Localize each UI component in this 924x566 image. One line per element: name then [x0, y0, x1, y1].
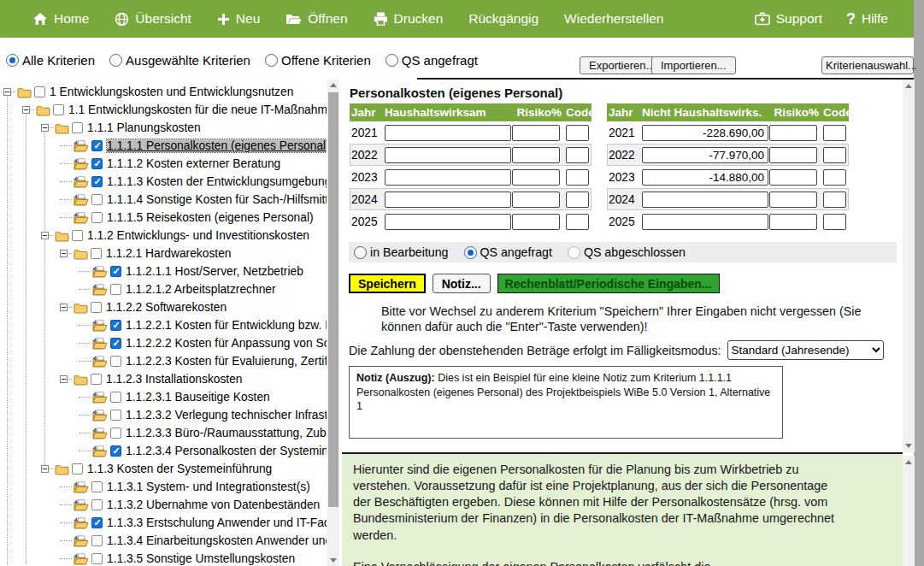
collapse-minus-icon[interactable]	[60, 250, 68, 257]
amount-input-non-budget[interactable]	[642, 214, 768, 230]
tree-checkbox[interactable]	[110, 338, 121, 349]
toolbar-item-uebersicht[interactable]: Übersicht	[115, 11, 191, 27]
tree-item-label[interactable]: 1.1.2.1.1 Host/Server, Netzbetrieb	[126, 265, 303, 278]
tree-checkbox[interactable]	[91, 481, 103, 492]
tree-checkbox[interactable]	[72, 122, 83, 133]
code-input[interactable]	[823, 169, 846, 186]
tree-checkbox[interactable]	[91, 535, 103, 546]
scroll-down-icon[interactable]	[330, 558, 337, 563]
code-input[interactable]	[823, 214, 846, 230]
tree-checkbox[interactable]	[110, 320, 121, 331]
note-button[interactable]: Notiz...	[433, 274, 491, 293]
filter-radio-alle[interactable]: Alle Kriterien	[6, 53, 95, 68]
tree-item-label[interactable]: 1.1.3 Kosten der Systemeinführung	[87, 463, 272, 475]
risk-percent-input[interactable]	[769, 125, 817, 141]
collapse-minus-icon[interactable]	[60, 375, 68, 383]
tree-checkbox[interactable]	[91, 302, 102, 313]
scroll-down-icon[interactable]	[905, 444, 912, 448]
toolbar-item-hilfe[interactable]: ? Hilfe	[846, 11, 888, 27]
tree-item-label[interactable]: 1.1.2.3.4 Personalkosten der Systeminsta…	[126, 445, 327, 457]
code-input[interactable]	[566, 147, 589, 163]
collapse-minus-icon[interactable]	[41, 124, 49, 132]
risk-percent-input[interactable]	[512, 214, 560, 230]
amount-input-non-budget[interactable]	[642, 192, 768, 208]
tree-item-label[interactable]: 1.1.1.5 Reisekosten (eigenes Personal)	[107, 211, 314, 224]
tree-item-label[interactable]: 1.1.2.2.1 Kosten für Entwicklung bzw. Be…	[126, 319, 327, 332]
infobox-scrollbar[interactable]	[903, 456, 915, 566]
amount-input-non-budget[interactable]	[642, 125, 768, 141]
tree-checkbox[interactable]	[91, 140, 103, 151]
tree-checkbox[interactable]	[91, 194, 103, 205]
tree-item-label[interactable]: 1 Entwicklungskosten und Entwicklungsnut…	[50, 85, 293, 98]
scroll-up-icon[interactable]	[330, 83, 337, 87]
amount-input-budget[interactable]	[385, 125, 511, 141]
tree-item-label[interactable]: 1.1.3.2 Übernahme von Datenbeständen	[107, 498, 320, 511]
tree-item-label[interactable]: 1.1.1.1 Personalkosten (eigenes Personal…	[107, 139, 327, 152]
tree-item-label[interactable]: 1.1.2.2.3 Kosten für Evaluierung, Zertif…	[126, 355, 327, 368]
toolbar-item-wiederherstellen[interactable]: Wiederherstellen	[564, 11, 663, 27]
tree-item-label[interactable]: 1.1.1 Planungskosten	[87, 121, 201, 134]
criteria-selection-button[interactable]: Kriterienauswahl...	[821, 56, 914, 74]
tree-checkbox[interactable]	[34, 86, 45, 97]
tree-checkbox[interactable]	[91, 212, 103, 223]
toolbar-item-drucken[interactable]: Drucken	[374, 11, 444, 27]
status-radio-in-bearbeitung[interactable]: in Bearbeitung	[354, 245, 449, 259]
tree-item-label[interactable]: 1.1.2 Entwicklungs- und Investitionskost…	[87, 229, 309, 242]
tree-item-label[interactable]: 1.1.3.3 Erstschulung Anwender und IT-Fac…	[107, 516, 327, 529]
code-input[interactable]	[823, 125, 846, 141]
note-excerpt-box[interactable]: Notiz (Auszug): Dies ist ein Beispiel fü…	[349, 366, 783, 439]
amount-input-non-budget[interactable]	[642, 169, 768, 186]
tree-item-label[interactable]: 1.1.1.2 Kosten externer Beratung	[107, 157, 280, 170]
tree-checkbox[interactable]	[72, 230, 83, 241]
filter-radio-ausgewaehlte[interactable]: Ausgewählte Kriterien	[109, 53, 250, 68]
status-radio-qs-angefragt[interactable]: QS angefragt	[464, 245, 552, 259]
code-input[interactable]	[823, 147, 846, 163]
collapse-minus-icon[interactable]	[60, 304, 68, 311]
amount-input-budget[interactable]	[385, 169, 511, 186]
tree-checkbox[interactable]	[91, 374, 102, 385]
amount-input-non-budget[interactable]	[642, 147, 768, 163]
code-input[interactable]	[566, 214, 589, 230]
tree-item-label[interactable]: 1.1.2.3.2 Verlegung technischer Infrastr…	[126, 409, 327, 422]
toolbar-item-neu[interactable]: Neu	[217, 11, 260, 27]
tree-checkbox[interactable]	[91, 176, 103, 187]
tree-checkbox[interactable]	[110, 445, 121, 457]
status-radio-qs-abgeschlossen[interactable]: QS abgeschlossen	[568, 245, 686, 259]
tree-item-label[interactable]: 1.1 Entwicklungskosten für die neue IT-M…	[68, 103, 327, 116]
calculation-sheet-button[interactable]: Rechenblatt/Periodische Eingaben...	[497, 274, 720, 293]
risk-percent-input[interactable]	[512, 169, 560, 186]
toolbar-item-rueckgaengig[interactable]: Rückgängig	[468, 11, 539, 27]
tree-checkbox[interactable]	[110, 392, 121, 403]
window-scrollbar-strip[interactable]	[914, 0, 924, 566]
toolbar-item-home[interactable]: Home	[32, 11, 89, 27]
scroll-up-icon[interactable]	[905, 84, 912, 88]
tree-item-label[interactable]: 1.1.3.4 Einarbeitungskosten Anwender und…	[107, 534, 327, 547]
scroll-up-icon[interactable]	[905, 460, 912, 464]
tree-checkbox[interactable]	[53, 104, 64, 115]
tree-item-label[interactable]: 1.1.2.2.2 Kosten für Anpassung von Softw	[126, 337, 327, 350]
tree-scrollbar[interactable]	[327, 80, 339, 566]
risk-percent-input[interactable]	[769, 192, 817, 208]
risk-percent-input[interactable]	[769, 169, 817, 186]
tree-checkbox[interactable]	[110, 356, 121, 367]
detail-scrollbar[interactable]	[903, 80, 915, 452]
tree-item-label[interactable]: 1.1.2.3.3 Büro-/Raumausstattung, Zubehö	[126, 427, 327, 439]
tree-item-label[interactable]: 1.1.2.3 Installationskosten	[106, 373, 243, 386]
tree-checkbox[interactable]	[91, 553, 103, 564]
code-input[interactable]	[823, 192, 846, 208]
code-input[interactable]	[566, 125, 589, 141]
risk-percent-input[interactable]	[512, 125, 560, 141]
filter-radio-qs-angefragt[interactable]: QS angefragt	[385, 53, 478, 68]
code-input[interactable]	[566, 192, 589, 208]
risk-percent-input[interactable]	[512, 192, 560, 208]
tree-checkbox[interactable]	[91, 499, 103, 510]
collapse-minus-icon[interactable]	[41, 465, 49, 473]
save-button[interactable]: Speichern	[349, 274, 426, 293]
tree-checkbox[interactable]	[110, 284, 121, 295]
toolbar-item-support[interactable]: Support	[755, 11, 822, 27]
tree-checkbox[interactable]	[91, 248, 102, 259]
tree-item-label[interactable]: 1.1.3.5 Sonstige Umstellungskosten	[107, 552, 295, 565]
collapse-minus-icon[interactable]	[3, 88, 11, 96]
risk-percent-input[interactable]	[512, 147, 560, 163]
risk-percent-input[interactable]	[769, 147, 817, 163]
